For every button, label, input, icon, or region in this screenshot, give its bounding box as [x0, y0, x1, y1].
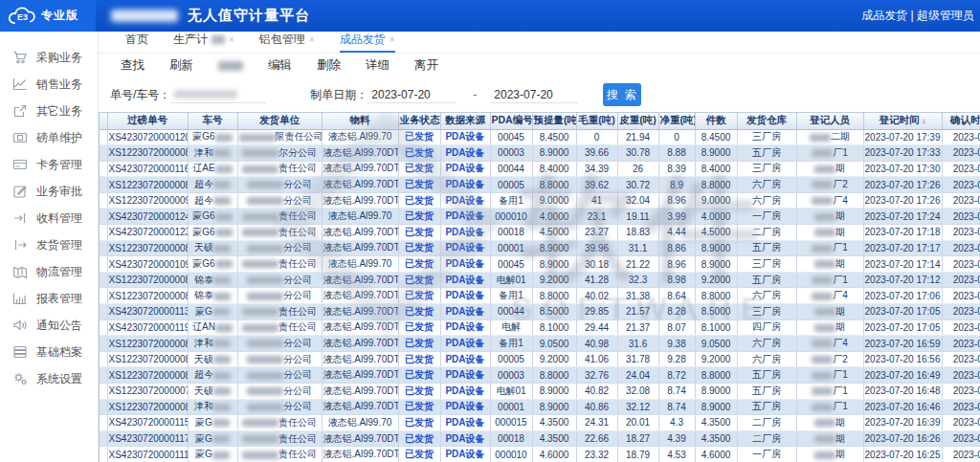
sidebar-item-label: 磅单维护: [36, 130, 82, 146]
tab-4[interactable]: 成品发货×: [340, 32, 395, 53]
source-badge: PDA设备: [445, 179, 484, 189]
cell-no: XS12230720000083: [107, 351, 188, 367]
toolbar-button-6[interactable]: 详细: [366, 57, 390, 74]
tab-close-icon[interactable]: ×: [390, 35, 395, 45]
cell-confirm: 2023-07: [942, 240, 980, 256]
operator-visible-text: 厂1: [833, 147, 848, 158]
cell-pieces: 4.5000: [695, 225, 737, 241]
table-row[interactable]: XS12230720000085超今分公司液态铝.Al99.70DT已发货PDA…: [100, 367, 980, 384]
tab-1[interactable]: 首页: [125, 32, 148, 53]
cell-no: XS4230720000123: [107, 225, 188, 241]
table-row[interactable]: XS12230720000087津和分公司液态铝.Al99.70DT已发货PDA…: [100, 336, 980, 352]
cell-pda: 电解01: [490, 384, 532, 400]
cell-net: 8.74: [658, 399, 695, 415]
operator-redacted: [812, 372, 833, 380]
sidebar-item-12[interactable]: 基础档案: [0, 339, 98, 365]
sort-desc-icon[interactable]: ↓: [919, 116, 925, 125]
sidebar-item-4[interactable]: 磅单维护: [0, 124, 98, 151]
table-row[interactable]: XS4230720000109蒙G6责任公司液态铝.Al99.70已发货PDA设…: [100, 256, 980, 273]
tab-bar: 首页生产计×铝包管理×成品发货×: [99, 32, 980, 54]
toolbar-button-3[interactable]: [218, 59, 243, 73]
sidebar-item-9[interactable]: 物流管理: [0, 258, 98, 285]
col-operator[interactable]: 登记人员: [796, 113, 863, 129]
col-material[interactable]: 物料: [322, 113, 398, 129]
col-status[interactable]: 业务状态: [398, 113, 440, 129]
sidebar-item-2[interactable]: 销售业务: [0, 71, 98, 98]
date-from-input[interactable]: 2023-07-20: [368, 86, 456, 103]
col-pda[interactable]: PDA编号: [490, 113, 532, 129]
table-row[interactable]: XS12230720000084津和分公司液态铝.Al99.70DT已发货PDA…: [100, 399, 980, 415]
cell-time: 2023-07-20 16:46: [863, 399, 942, 415]
col-plate[interactable]: 车号: [188, 113, 237, 129]
cell-tare: 32.08: [617, 384, 658, 400]
sidebar-item-7[interactable]: 收料管理: [0, 205, 98, 231]
tab-close-icon[interactable]: ×: [229, 35, 234, 45]
main-area: 首页生产计×铝包管理×成品发货× 查找刷新编辑删除详细离开 单号/车号： 制单日…: [99, 32, 980, 462]
plate-redacted: [213, 276, 231, 284]
tab-close-icon[interactable]: ×: [309, 35, 315, 45]
table-row[interactable]: XS12230720000082锦泰分公司液态铝.Al99.70DT已发货PDA…: [100, 288, 980, 304]
table-row[interactable]: XS4230720000119辽AN责任公司液态铝.Al99.70DT已发货PD…: [100, 319, 980, 336]
source-badge: PDA设备: [445, 242, 484, 253]
tab-3[interactable]: 铝包管理×: [259, 32, 315, 53]
col-selector: [100, 113, 107, 129]
sidebar-item-6[interactable]: 业务审批: [0, 178, 98, 205]
table-row[interactable]: XS12230720000083天硕分公司液态铝.Al99.70DT已发货PDA…: [100, 351, 980, 367]
table-row[interactable]: XS4230720000111蒙G责任公司液态铝.Al99.70DT已发货PDA…: [100, 447, 980, 462]
sidebar-item-13[interactable]: 系统设置: [0, 365, 98, 392]
col-tare[interactable]: 皮重(吨): [617, 113, 658, 129]
table-row[interactable]: XS12230720000079天硕分公司液态铝.Al99.70DT已发货PDA…: [100, 384, 980, 400]
search-button[interactable]: 搜 索: [603, 83, 641, 106]
source-badge: PDA设备: [445, 290, 484, 300]
table-row[interactable]: XS4230720000120蒙G6限责任公司液态铝.Al99.70已发货PDA…: [100, 129, 980, 145]
unit-visible-text: 责任公司: [278, 163, 317, 173]
date-range-separator: -: [473, 88, 477, 101]
order-number-input[interactable]: [170, 86, 266, 103]
col-pieces[interactable]: 件数: [695, 113, 737, 129]
plate-visible-text: 天硕: [194, 385, 213, 396]
sidebar-item-5[interactable]: 卡务管理: [0, 151, 98, 178]
sidebar-item-10[interactable]: 报表管理: [0, 285, 98, 312]
operator-redacted: [814, 213, 835, 221]
table-row[interactable]: XS4230720000113蒙G责任公司液态铝.Al99.70DT已发货PDA…: [100, 304, 980, 320]
cell-pre: 4.5000: [532, 225, 576, 241]
cell-operator: 期: [796, 430, 863, 447]
col-confirm[interactable]: 确认时间: [942, 113, 980, 129]
toolbar-button-5[interactable]: 删除: [317, 57, 341, 74]
sidebar-item-3[interactable]: 其它业务: [0, 98, 98, 124]
toolbar-button-7[interactable]: 离开: [414, 57, 438, 74]
sidebar-item-8[interactable]: 发货管理: [0, 231, 98, 258]
table-row[interactable]: XS12230720000086天硕分公司液态铝.Al99.70DT已发货PDA…: [100, 240, 980, 256]
toolbar-button-4[interactable]: 编辑: [268, 57, 292, 74]
table-row[interactable]: XS4230720000124蒙G6责任公司液态铝.Al99.70已发货PDA设…: [100, 209, 980, 225]
col-no[interactable]: 过磅单号: [107, 113, 188, 129]
plate-visible-text: 蒙G6: [192, 131, 214, 142]
unit-visible-text: 分公司: [283, 369, 312, 380]
toolbar-button-2[interactable]: 刷新: [169, 57, 193, 74]
toolbar-button-1[interactable]: 查找: [121, 57, 145, 74]
table-row[interactable]: XS12230720000089津和尔分公司液态铝.Al99.70DT已发货PD…: [100, 145, 980, 162]
sidebar-item-1[interactable]: 采购业务: [0, 44, 98, 71]
cell-net: 4.44: [658, 225, 695, 241]
col-time[interactable]: 登记时间 ↓: [863, 113, 942, 129]
col-source[interactable]: 数据来源: [440, 113, 490, 129]
table-row[interactable]: XS4230720000117蒙G责任公司液态铝.Al99.70DT已发货PDA…: [100, 430, 980, 447]
col-warehouse[interactable]: 发货仓库: [737, 113, 796, 129]
tab-2[interactable]: 生产计×: [173, 32, 234, 53]
col-gross[interactable]: 毛重(吨): [576, 113, 617, 129]
table-row[interactable]: XS12230720000086锦泰分公司液态铝.Al99.70DT已发货PDA…: [100, 272, 980, 288]
col-pre[interactable]: 预提量(吨: [532, 113, 576, 129]
col-net[interactable]: 净重(吨): [658, 113, 695, 129]
user-info[interactable]: 成品发货 | 超级管理员: [861, 8, 980, 24]
cell-operator: 厂2: [796, 177, 863, 193]
table-row[interactable]: XS4230720000115蒙G责任公司液态铝.Al99.70已发货PDA设备…: [100, 415, 980, 431]
table-row[interactable]: XS4230720000123蒙G6责任公司液态铝.Al99.70DT已发货PD…: [100, 225, 980, 241]
date-to-input[interactable]: 2023-07-20: [490, 86, 578, 103]
plate-redacted: [213, 372, 231, 380]
table-row[interactable]: XS4230720000116辽AE责任公司液态铝.Al99.70DT已发货PD…: [100, 161, 980, 177]
col-unit[interactable]: 发货单位: [237, 113, 322, 129]
unit-visible-text: 分公司: [283, 179, 312, 189]
sidebar-item-11[interactable]: 通知公告: [0, 312, 98, 339]
table-row[interactable]: XS12230720000088超今分公司液态铝.Al99.70DT已发货PDA…: [100, 177, 980, 193]
table-row[interactable]: XS12230720000090超今分公司液态铝.Al99.70DT已发货PDA…: [100, 192, 980, 209]
